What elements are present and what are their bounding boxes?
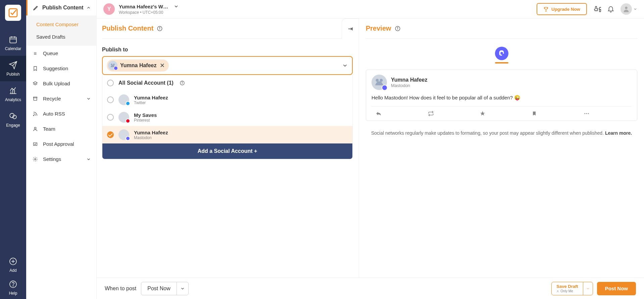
chevron-down-icon (86, 157, 91, 162)
remove-chip-icon[interactable]: ✕ (159, 62, 165, 69)
rail-engage[interactable]: Engage (0, 107, 26, 132)
info-icon[interactable] (180, 80, 185, 86)
feedback-icon[interactable] (593, 5, 601, 13)
mastodon-badge-icon (126, 136, 130, 141)
workspace-subtitle: Workspace • UTC+05:00 (119, 10, 179, 15)
person-icon (556, 290, 559, 293)
sidebar-item-recycle[interactable]: Recycle (26, 91, 96, 106)
pinterest-badge-icon (126, 119, 130, 123)
calendar-icon (8, 35, 18, 44)
paper-plane-icon (8, 60, 18, 70)
selected-chip: Yumna Hafeez ✕ (107, 59, 169, 72)
bookmark-icon (32, 66, 39, 71)
add-social-account-button[interactable]: Add a Social Account + (102, 143, 352, 159)
upgrade-button[interactable]: Upgrade Now (537, 3, 587, 15)
sidebar-item-bulk[interactable]: Bulk Upload (26, 76, 96, 91)
bookmark-icon[interactable] (528, 106, 580, 121)
layers-icon (32, 81, 39, 86)
account-selector[interactable]: Yumna Hafeez ✕ (102, 56, 353, 75)
svg-point-36 (557, 290, 558, 291)
chevron-down-icon[interactable] (174, 4, 179, 9)
avatar (118, 129, 129, 140)
nav-rail: Calendar Publish Analytics Engage Add He… (0, 0, 26, 299)
preview-network-tab[interactable] (366, 47, 637, 63)
publish-title: Publish Content (102, 25, 153, 32)
info-icon[interactable] (157, 26, 163, 32)
rail-analytics[interactable]: Analytics (0, 81, 26, 107)
workspace-title: Yumna Hafeez's W… (119, 4, 168, 9)
chevron-down-icon (583, 282, 593, 295)
star-icon[interactable] (476, 106, 528, 121)
sidebar-item-settings[interactable]: Settings (26, 152, 96, 167)
help-icon (8, 280, 18, 289)
account-row-mastodon[interactable]: Yumna HafeezMastodon (102, 126, 352, 143)
publish-to-label: Publish to (102, 47, 353, 53)
when-label: When to post (105, 286, 136, 292)
plus-circle-icon (8, 257, 18, 266)
app-logo (5, 5, 21, 21)
radio-twitter[interactable] (107, 96, 114, 103)
sidebar-sub-composer[interactable]: Content Composer (26, 18, 96, 31)
footer: When to post Post Now Save Draft Only Me… (97, 277, 644, 299)
pencil-icon (33, 5, 39, 11)
mastodon-badge-icon (113, 66, 118, 71)
sidebar-item-queue[interactable]: ≡Queue (26, 46, 96, 61)
info-icon[interactable] (395, 26, 401, 32)
approval-icon (32, 141, 39, 147)
twitter-badge-icon (126, 101, 130, 106)
svg-point-35 (588, 113, 589, 114)
preview-card: Yumna Hafeez Mastodon Hello Mastodon! Ho… (366, 70, 637, 121)
preview-avatar (371, 75, 387, 90)
sidebar-item-autorss[interactable]: Auto RSS (26, 106, 96, 121)
chevron-up-icon (86, 5, 91, 10)
rail-calendar[interactable]: Calendar (0, 30, 26, 56)
svg-point-14 (34, 127, 36, 129)
svg-point-27 (182, 82, 182, 82)
topbar: Y Yumna Hafeez's W… Workspace • UTC+05:0… (97, 0, 644, 18)
chevron-down-icon (633, 7, 637, 11)
chevron-down-icon (177, 282, 188, 295)
sidebar-sub-drafts[interactable]: Saved Drafts (26, 31, 96, 43)
radio-all[interactable] (107, 80, 114, 86)
sidebar-item-approval[interactable]: Post Approval (26, 136, 96, 152)
bell-icon[interactable] (607, 5, 614, 13)
sidebar-item-team[interactable]: Team (26, 121, 96, 136)
mastodon-icon (495, 47, 508, 60)
svg-point-13 (33, 115, 34, 116)
chip-avatar (108, 61, 117, 70)
reply-icon[interactable] (371, 106, 424, 121)
sidebar-item-suggestion[interactable]: Suggestion (26, 61, 96, 76)
sidebar: Publish Content Content Composer Saved D… (26, 0, 97, 299)
when-dropdown[interactable]: Post Now (141, 282, 188, 295)
more-icon[interactable] (580, 106, 632, 121)
avatar (118, 94, 129, 105)
svg-rect-15 (34, 143, 37, 145)
learn-more-link[interactable]: Learn more. (605, 130, 632, 136)
workspace-avatar: Y (103, 3, 115, 15)
chevron-down-icon (86, 96, 91, 101)
save-draft-button[interactable]: Save Draft Only Me (551, 282, 593, 295)
user-avatar (621, 3, 632, 15)
account-row-pinterest[interactable]: My SavesPinterest (102, 109, 352, 126)
collapse-toggle[interactable] (342, 18, 359, 39)
chevron-down-icon[interactable] (342, 62, 348, 69)
rail-help[interactable]: Help (0, 276, 26, 299)
user-icon (32, 126, 39, 132)
svg-point-24 (113, 63, 115, 65)
account-row-twitter[interactable]: Yumna HafeezTwitter (102, 91, 352, 109)
post-now-button[interactable]: Post Now (597, 282, 636, 295)
account-dropdown: All Social Account (1) Yumna HafeezTwitt… (102, 75, 353, 159)
svg-point-22 (160, 27, 160, 28)
account-row-all[interactable]: All Social Account (1) (102, 75, 352, 91)
svg-point-31 (376, 79, 379, 82)
radio-mastodon[interactable] (107, 131, 114, 138)
rail-publish[interactable]: Publish (0, 56, 26, 81)
user-menu[interactable] (621, 3, 637, 15)
radio-pinterest[interactable] (107, 114, 114, 121)
rail-add[interactable]: Add (0, 253, 26, 276)
sidebar-header-publish[interactable]: Publish Content (26, 0, 96, 15)
svg-point-33 (584, 113, 585, 114)
svg-point-30 (397, 27, 398, 28)
rss-icon (32, 111, 39, 117)
boost-icon[interactable] (424, 106, 476, 121)
